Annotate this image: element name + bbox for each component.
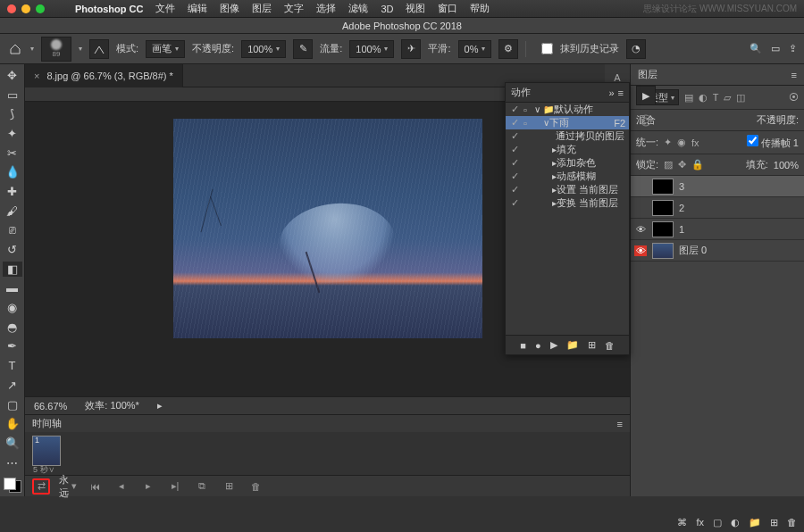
workspace-icon[interactable]: ▭: [771, 43, 780, 54]
smooth-options-icon[interactable]: ⚙: [498, 39, 518, 59]
lasso-tool[interactable]: ⟆: [3, 106, 22, 121]
history-checkbox[interactable]: [541, 43, 553, 54]
action-step[interactable]: 添加杂色: [557, 156, 596, 170]
menu-file[interactable]: 文件: [155, 2, 175, 15]
pressure-size-icon[interactable]: ◔: [626, 39, 646, 59]
link-layers-icon[interactable]: ⌘: [677, 517, 687, 528]
type-tool[interactable]: T: [3, 358, 22, 373]
menu-edit[interactable]: 编辑: [188, 2, 207, 15]
new-frame-icon[interactable]: ⊞: [220, 478, 238, 495]
new-layer-icon[interactable]: ⊞: [770, 517, 778, 528]
unify-pos-icon[interactable]: ✦: [664, 137, 672, 148]
filter-image-icon[interactable]: ▤: [684, 92, 693, 104]
loop-dropdown[interactable]: 永远 ▾: [59, 478, 77, 495]
panel-menu-icon[interactable]: ≡: [791, 70, 797, 80]
timeline-menu-icon[interactable]: ≡: [617, 419, 623, 429]
menu-layer[interactable]: 图层: [252, 2, 272, 15]
record-icon[interactable]: ●: [535, 340, 541, 351]
layer-name[interactable]: 2: [679, 203, 684, 213]
wand-tool[interactable]: ✦: [3, 126, 22, 141]
brush-tool[interactable]: 🖌: [3, 204, 22, 219]
layer-thumb[interactable]: [652, 221, 674, 237]
history-brush-tool[interactable]: ↺: [3, 242, 22, 257]
mode-dropdown[interactable]: 画笔▾: [146, 40, 185, 58]
marquee-tool[interactable]: ▭: [3, 87, 22, 103]
first-frame-icon[interactable]: ⏮: [86, 478, 104, 495]
play-icon[interactable]: ▸: [139, 478, 157, 495]
share-icon[interactable]: ⇪: [789, 43, 797, 54]
move-tool[interactable]: ✥: [3, 68, 22, 83]
propagate-checkbox[interactable]: [747, 135, 758, 146]
delete-frame-icon[interactable]: 🗑: [247, 478, 264, 495]
layer-name[interactable]: 3: [679, 181, 684, 192]
layer-thumb[interactable]: [652, 243, 674, 259]
delete-action-icon[interactable]: 🗑: [605, 340, 615, 351]
layer-thumb[interactable]: [652, 179, 674, 195]
layer-mask-icon[interactable]: ▢: [713, 517, 722, 528]
layer-item[interactable]: 👁2: [631, 197, 804, 219]
layers-tab[interactable]: 图层: [638, 68, 657, 81]
crop-tool[interactable]: ✂: [3, 145, 22, 161]
actions-play-button[interactable]: ▶: [636, 86, 656, 105]
hand-tool[interactable]: ✋: [3, 416, 22, 431]
actions-panel-title[interactable]: 动作: [511, 86, 531, 99]
layer-fx-icon[interactable]: fx: [696, 517, 704, 528]
zoom-tool[interactable]: 🔍: [3, 436, 22, 451]
menu-view[interactable]: 视图: [406, 2, 425, 15]
stop-icon[interactable]: ■: [520, 340, 526, 351]
actions-menu-icon[interactable]: ≡: [618, 87, 624, 98]
action-name[interactable]: 下雨: [549, 116, 569, 129]
layer-item[interactable]: 👁图层 0: [631, 240, 804, 262]
layer-name[interactable]: 1: [679, 224, 684, 235]
menu-type[interactable]: 文字: [284, 2, 304, 15]
visibility-toggle[interactable]: 👁: [634, 224, 647, 235]
filter-shape-icon[interactable]: ▱: [724, 92, 731, 104]
heal-tool[interactable]: ✚: [3, 184, 22, 199]
visibility-toggle[interactable]: 👁: [634, 181, 647, 192]
menu-image[interactable]: 图像: [220, 2, 239, 15]
smooth-dropdown[interactable]: 0%▾: [458, 40, 492, 58]
tween-icon[interactable]: ⧉: [193, 478, 211, 495]
collapse-icon[interactable]: »: [608, 87, 614, 98]
menu-select[interactable]: 选择: [316, 2, 336, 15]
unify-vis-icon[interactable]: ◉: [677, 137, 686, 148]
action-step[interactable]: 动感模糊: [557, 170, 596, 183]
layer-name[interactable]: 图层 0: [679, 244, 707, 257]
path-tool[interactable]: ↗: [3, 378, 22, 393]
eyedropper-tool[interactable]: 💧: [3, 164, 22, 179]
lock-pos-icon[interactable]: ✥: [678, 159, 686, 170]
maximize-window[interactable]: [36, 4, 45, 13]
zoom-level[interactable]: 66.67%: [34, 401, 67, 411]
app-name[interactable]: Photoshop CC: [75, 4, 143, 14]
color-swatch[interactable]: [4, 478, 21, 493]
filter-adjust-icon[interactable]: ◐: [699, 92, 708, 104]
menu-help[interactable]: 帮助: [470, 2, 490, 15]
new-action-icon[interactable]: ⊞: [588, 339, 596, 351]
layer-item[interactable]: 👁1: [631, 219, 804, 240]
action-step[interactable]: 通过拷贝的图层: [556, 129, 624, 143]
brush-panel-toggle[interactable]: [89, 39, 109, 59]
filter-type-icon[interactable]: T: [713, 92, 719, 103]
layer-thumb[interactable]: [652, 200, 674, 216]
action-step[interactable]: 设置 当前图层: [557, 183, 618, 196]
lock-all-icon[interactable]: 🔒: [691, 159, 704, 170]
dodge-tool[interactable]: ◓: [3, 320, 22, 335]
visibility-toggle[interactable]: 👁: [634, 245, 647, 256]
prev-frame-icon[interactable]: ◂: [113, 478, 130, 495]
stamp-tool[interactable]: ⎚: [3, 223, 22, 238]
filter-smart-icon[interactable]: ◫: [736, 92, 745, 104]
visibility-toggle[interactable]: 👁: [634, 203, 647, 213]
lock-pixels-icon[interactable]: ▨: [664, 159, 673, 170]
layer-item[interactable]: 👁3: [631, 176, 804, 197]
document-tab[interactable]: × 8.jpg @ 66.7% (3, RGB/8#) *: [25, 64, 183, 87]
menu-filter[interactable]: 滤镜: [348, 2, 368, 15]
blur-tool[interactable]: ◉: [3, 300, 22, 315]
home-icon[interactable]: [7, 41, 23, 57]
adjustment-layer-icon[interactable]: ◐: [731, 517, 740, 528]
menu-window[interactable]: 窗口: [438, 2, 457, 15]
new-set-icon[interactable]: 📁: [566, 339, 579, 351]
group-icon[interactable]: 📁: [749, 517, 761, 528]
more-tools[interactable]: ⋯: [3, 455, 22, 470]
menu-3d[interactable]: 3D: [381, 4, 393, 14]
eraser-tool[interactable]: ◧: [3, 262, 22, 277]
